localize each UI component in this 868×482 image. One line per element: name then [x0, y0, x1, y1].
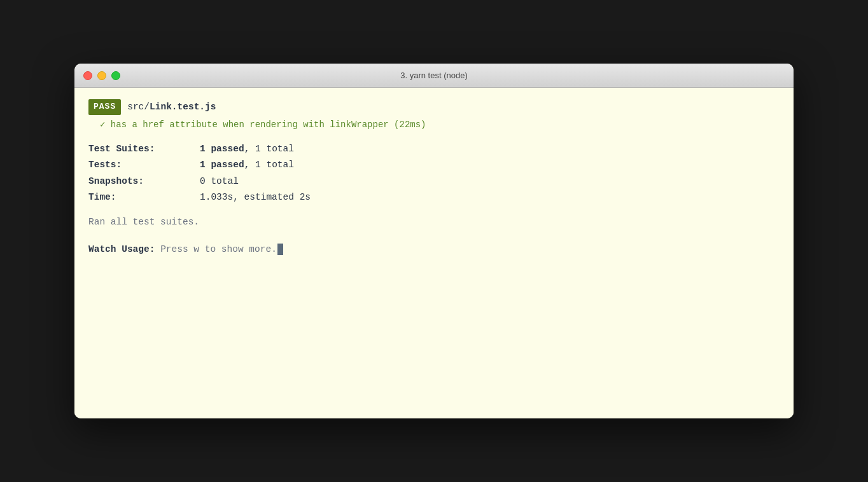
suites-total: , 1 total	[244, 144, 294, 154]
file-path-prefix: src/	[127, 102, 150, 112]
stat-row-tests: Tests: 1 passed, 1 total	[88, 158, 780, 172]
stats-section: Test Suites: 1 passed, 1 total Tests: 1 …	[88, 142, 780, 205]
suites-label: Test Suites:	[88, 142, 200, 156]
pass-file: src/Link.test.js	[127, 100, 216, 114]
time-label: Time:	[88, 190, 200, 205]
cursor	[277, 244, 283, 255]
tests-total: , 1 total	[244, 160, 294, 170]
time-value: 1.033s, estimated 2s	[200, 190, 311, 205]
check-line: ✓ has a href attribute when rendering wi…	[100, 118, 780, 132]
ran-all-text: Ran all test suites.	[88, 215, 780, 230]
window-title: 3. yarn test (node)	[400, 71, 468, 80]
suites-passed: 1 passed	[200, 144, 244, 154]
file-name: Link.test.js	[150, 102, 216, 112]
watch-usage-row: Watch Usage: Press w to show more.	[88, 242, 780, 257]
tests-value: 1 passed, 1 total	[200, 158, 294, 172]
tests-label: Tests:	[88, 158, 200, 172]
tests-passed: 1 passed	[200, 160, 244, 170]
watch-label: Watch Usage:	[88, 242, 155, 257]
pass-badge: PASS	[88, 99, 121, 115]
terminal-window: 3. yarn test (node) PASS src/Link.test.j…	[74, 64, 794, 418]
traffic-lights	[74, 71, 120, 80]
pass-line: PASS src/Link.test.js	[88, 99, 780, 115]
suites-value: 1 passed, 1 total	[200, 142, 294, 156]
terminal-body: PASS src/Link.test.js ✓ has a href attri…	[74, 88, 794, 418]
snapshots-value: 0 total	[200, 174, 239, 189]
stat-row-suites: Test Suites: 1 passed, 1 total	[88, 142, 780, 156]
stat-row-time: Time: 1.033s, estimated 2s	[88, 190, 780, 205]
watch-value: Press w to show more.	[160, 242, 277, 257]
snapshots-label: Snapshots:	[88, 174, 200, 189]
close-button[interactable]	[83, 71, 92, 80]
minimize-button[interactable]	[97, 71, 106, 80]
titlebar: 3. yarn test (node)	[74, 64, 794, 88]
maximize-button[interactable]	[111, 71, 120, 80]
stat-row-snapshots: Snapshots: 0 total	[88, 174, 780, 189]
